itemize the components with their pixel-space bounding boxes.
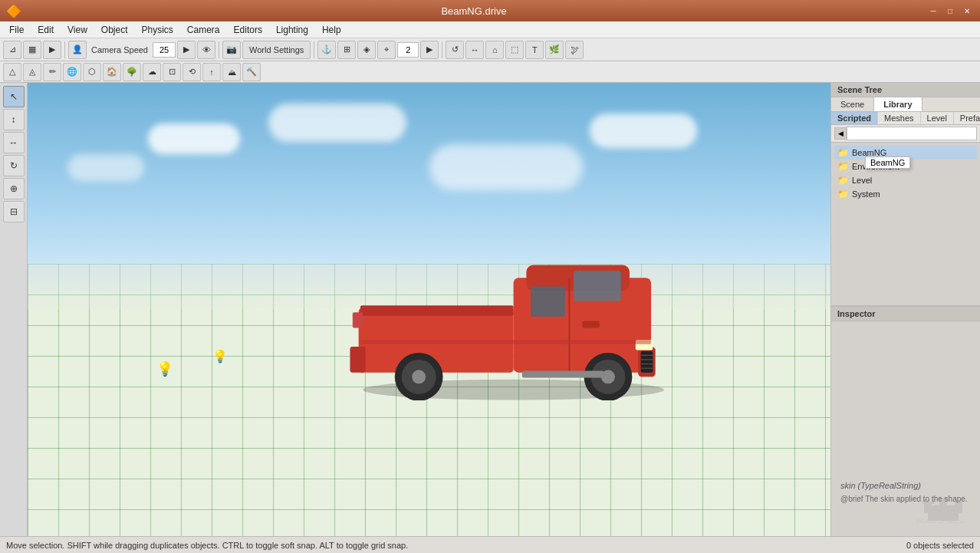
tb2-btn-9[interactable]: ⟲	[183, 63, 201, 81]
left-toolbar: ↖ ↕ ↔ ↻ ⊕ ⊟	[0, 83, 28, 536]
svg-rect-32	[932, 500, 935, 504]
toolbar2: △ ◬ ✏ 🌐 ⬡ 🏠 🌳 ☁ ⊡ ⟲ ↑ ⛰ 🔨	[0, 61, 980, 83]
toolbar-btn-refresh[interactable]: ↺	[446, 41, 464, 59]
camera-speed-input[interactable]	[153, 42, 176, 58]
tb2-btn-5[interactable]: ⬡	[83, 63, 101, 81]
toolbar-btn-anchor[interactable]: ⚓	[317, 41, 336, 59]
svg-rect-23	[353, 312, 363, 328]
toolbar-btn-home[interactable]: ⌂	[485, 41, 504, 59]
menubar: File Edit View Object Physics Camera Edi…	[0, 21, 980, 38]
toolbar-btn-text[interactable]: T	[525, 41, 544, 59]
menu-physics[interactable]: Physics	[136, 23, 179, 37]
toolbar1: ⊿ ▦ ▶ 👤 Camera Speed ▶ 👁 📷 World Setting…	[0, 38, 980, 61]
tb2-btn-7[interactable]: 🌳	[123, 63, 141, 81]
toolbar-btn-play[interactable]: ▶	[43, 41, 61, 59]
tree-item-system[interactable]: 📁 System	[834, 187, 977, 201]
toolbar-separator-2	[219, 41, 219, 58]
lt-move-ud[interactable]: ↕	[3, 109, 25, 130]
menu-editors[interactable]: Editors	[228, 23, 268, 37]
lt-select[interactable]: ↖	[3, 86, 25, 107]
toolbar-separator-3	[314, 41, 314, 58]
search-input[interactable]	[847, 127, 977, 140]
menu-help[interactable]: Help	[316, 23, 347, 37]
cloud-3	[429, 144, 583, 190]
toolbar-btn-2[interactable]: ▦	[23, 41, 41, 59]
tb2-btn-3[interactable]: ✏	[43, 63, 61, 81]
toolbar-btn-move[interactable]: ↔	[465, 41, 484, 59]
lib-tab-scripted[interactable]: Scripted	[831, 112, 878, 124]
lt-rotate[interactable]: ↻	[3, 155, 25, 176]
menu-lighting[interactable]: Lighting	[270, 23, 314, 37]
viewport[interactable]: 💡 💡	[28, 83, 830, 536]
folder-icon-system: 📁	[837, 189, 849, 199]
toolbar-btn-snap[interactable]: ◈	[357, 41, 376, 59]
menu-view[interactable]: View	[61, 23, 94, 37]
toolbar-btn-cam[interactable]: 📷	[222, 41, 241, 59]
lt-move-lr[interactable]: ↔	[3, 132, 25, 153]
tab-library[interactable]: Library	[874, 97, 922, 111]
camera-preview[interactable]: 👁	[197, 41, 215, 59]
statusbar: Move selection. SHIFT while dragging dup…	[0, 536, 980, 553]
num-field-up[interactable]: ▶	[420, 41, 439, 59]
svg-text:WORLD OF MODS: WORLD OF MODS	[916, 518, 963, 524]
svg-rect-4	[574, 271, 621, 301]
right-panel: Scene Tree Scene Library Scripted Meshes…	[830, 83, 980, 536]
svg-rect-31	[927, 500, 930, 504]
tb2-btn-8[interactable]: ☁	[143, 63, 161, 81]
tb2-btn-10[interactable]: ↑	[202, 63, 221, 81]
app-title: BeamNG.drive	[21, 5, 926, 17]
tb2-btn-11[interactable]: ⛰	[222, 63, 241, 81]
num-field[interactable]	[397, 42, 419, 58]
toolbar-btn-select[interactable]: ⬚	[505, 41, 524, 59]
folder-icon-env: 📁	[837, 161, 849, 172]
maximize-button[interactable]: □	[943, 5, 957, 17]
svg-point-11	[412, 370, 426, 383]
svg-rect-8	[582, 321, 599, 328]
minimize-button[interactable]: ─	[926, 5, 940, 17]
world-of-mods-logo: WORLD OF MODS	[913, 486, 974, 526]
tree-item-level[interactable]: 📁 Level	[834, 173, 977, 187]
lt-remove[interactable]: ⊟	[3, 201, 25, 222]
toolbar-btn-grid[interactable]: ⊞	[337, 41, 356, 59]
camera-speed-up[interactable]: ▶	[177, 41, 196, 59]
world-settings-button[interactable]: World Settings	[242, 41, 311, 59]
tb2-btn-6[interactable]: 🏠	[103, 63, 121, 81]
menu-camera[interactable]: Camera	[181, 23, 226, 37]
toolbar-separator-1	[64, 41, 65, 58]
svg-rect-16	[350, 347, 365, 373]
search-prev[interactable]: ◀	[834, 127, 847, 140]
svg-rect-17	[640, 351, 653, 373]
scene-tree-header: Scene Tree	[831, 83, 980, 97]
folder-icon-beamng: 📁	[837, 147, 849, 158]
lib-tab-meshes[interactable]: Meshes	[878, 112, 921, 124]
tb2-btn-4[interactable]: 🌐	[63, 63, 81, 81]
toolbar-btn-avatar[interactable]: 👤	[68, 41, 87, 59]
app-logo: 🔶	[6, 4, 21, 18]
menu-file[interactable]: File	[3, 23, 30, 37]
lib-tab-prefabs[interactable]: Prefabs	[954, 112, 980, 124]
lib-tab-level[interactable]: Level	[921, 112, 954, 124]
toolbar-btn-bird[interactable]: 🕊	[565, 41, 584, 59]
tb2-btn-12[interactable]: 🔨	[242, 63, 261, 81]
svg-rect-29	[939, 498, 947, 509]
inspector-content: skin (TypeRealString) @brief The skin ap…	[831, 321, 980, 532]
toolbar-btn-1[interactable]: ⊿	[3, 41, 21, 59]
cloud-4	[590, 114, 697, 148]
inspector-header: Inspector	[831, 307, 980, 321]
lt-scale[interactable]: ⊕	[3, 178, 25, 199]
toolbar-btn-snap2[interactable]: ⌖	[377, 41, 396, 59]
truck	[333, 242, 694, 400]
menu-object[interactable]: Object	[95, 23, 134, 37]
truck-svg	[333, 242, 694, 400]
close-button[interactable]: ✕	[960, 5, 974, 17]
inspector-skin-area: skin (TypeRealString) @brief The skin ap…	[834, 324, 977, 505]
tree-item-system-label: System	[852, 189, 880, 199]
tab-scene[interactable]: Scene	[831, 97, 874, 111]
tb2-btn-1[interactable]: △	[3, 63, 21, 81]
toolbar-separator-4	[442, 41, 442, 58]
tb2-btn-2[interactable]: ◬	[23, 63, 41, 81]
tb2-btn-select-box[interactable]: ⊡	[163, 63, 181, 81]
svg-rect-24	[522, 370, 604, 377]
toolbar-btn-ground[interactable]: 🌿	[545, 41, 564, 59]
menu-edit[interactable]: Edit	[31, 23, 60, 37]
